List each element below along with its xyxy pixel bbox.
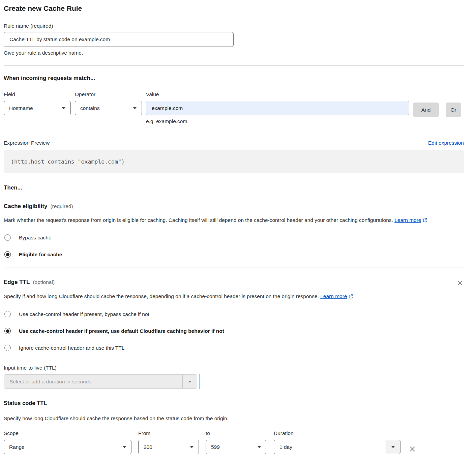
chevron-down-icon bbox=[391, 446, 395, 448]
radio-bypass-cache[interactable]: Bypass cache bbox=[4, 234, 464, 241]
duration-select[interactable]: 1 day bbox=[274, 440, 400, 454]
rule-name-help: Give your rule a descriptive name. bbox=[4, 50, 464, 56]
radio-label: Use cache-control header if present, use… bbox=[19, 328, 224, 334]
required-tag: (required) bbox=[50, 203, 73, 209]
focus-indicator-bar bbox=[199, 374, 200, 389]
chevron-down-icon bbox=[188, 381, 191, 383]
chevron-down-icon bbox=[123, 446, 126, 448]
chevron-down-icon bbox=[258, 446, 261, 448]
chevron-down-icon bbox=[190, 446, 194, 448]
duration-dropdown-button[interactable] bbox=[386, 440, 400, 454]
radio-cache-control-default[interactable]: Use cache-control header if present, use… bbox=[4, 328, 464, 334]
from-label: From bbox=[138, 430, 199, 436]
to-select-value: 599 bbox=[211, 444, 220, 450]
section-divider bbox=[4, 65, 464, 66]
status-code-ttl-description: Specify how long Cloudflare should cache… bbox=[4, 414, 464, 423]
field-select[interactable]: Hostname bbox=[4, 101, 71, 115]
radio-eligible-for-cache[interactable]: Eligible for cache bbox=[4, 251, 464, 258]
external-link-icon bbox=[423, 218, 427, 223]
radio-checked-icon bbox=[4, 328, 11, 334]
to-label: to bbox=[206, 430, 266, 436]
close-icon bbox=[409, 445, 416, 453]
edge-ttl-header: Edge TTL (optional) bbox=[4, 279, 464, 287]
or-button[interactable]: Or bbox=[446, 103, 461, 117]
then-heading: Then... bbox=[4, 184, 464, 191]
rule-name-label: Rule name (required) bbox=[4, 23, 464, 29]
value-help: e.g. example.com bbox=[146, 118, 409, 124]
field-label: Field bbox=[4, 91, 71, 97]
close-icon bbox=[457, 280, 463, 286]
from-select-value: 200 bbox=[144, 444, 152, 450]
cache-eligibility-heading: Cache eligibility bbox=[4, 203, 47, 210]
field-select-value: Hostname bbox=[9, 105, 33, 111]
value-label: Value bbox=[146, 91, 409, 97]
cache-eligibility-description: Mark whether the request's response from… bbox=[4, 215, 457, 225]
operator-select[interactable]: contains bbox=[75, 101, 142, 115]
radio-unchecked-icon bbox=[4, 234, 11, 241]
ttl-input-label: Input time-to-live (TTL) bbox=[4, 365, 464, 371]
expression-preview-label: Expression Preview bbox=[4, 140, 50, 146]
ttl-input-row: Select or add a duration in seconds bbox=[4, 374, 464, 389]
scope-select[interactable]: Range bbox=[4, 440, 131, 454]
scope-select-value: Range bbox=[9, 444, 25, 450]
operator-label: Operator bbox=[75, 91, 142, 97]
remove-status-ttl-row-button[interactable] bbox=[408, 445, 417, 453]
page-title: Create new Cache Rule bbox=[4, 4, 464, 12]
edge-ttl-description: Specify if and how long Cloudflare shoul… bbox=[4, 292, 376, 301]
expression-preview-code: (http.host contains "example.com") bbox=[4, 150, 464, 173]
create-cache-rule-form: Create new Cache Rule Rule name (require… bbox=[0, 0, 476, 464]
and-button[interactable]: And bbox=[413, 103, 439, 117]
from-select[interactable]: 200 bbox=[138, 440, 199, 454]
radio-label: Ignore cache-control header and use this… bbox=[19, 345, 124, 351]
radio-ignore-cache-control[interactable]: Ignore cache-control header and use this… bbox=[4, 345, 464, 351]
radio-checked-icon bbox=[4, 251, 11, 258]
radio-cache-control-bypass[interactable]: Use cache-control header if present, byp… bbox=[4, 311, 464, 317]
match-heading: When incoming requests match... bbox=[4, 75, 464, 82]
scope-label: Scope bbox=[4, 430, 131, 436]
ttl-duration-select[interactable]: Select or add a duration in seconds bbox=[4, 374, 197, 389]
operator-select-value: contains bbox=[80, 105, 100, 111]
cache-learn-more-link[interactable]: Learn more bbox=[394, 217, 421, 223]
edge-ttl-description-text: Specify if and how long Cloudflare shoul… bbox=[4, 293, 319, 299]
radio-unchecked-icon bbox=[4, 345, 11, 351]
rule-name-input[interactable] bbox=[4, 32, 234, 47]
cache-eligibility-header: Cache eligibility (required) bbox=[4, 203, 464, 210]
optional-tag: (optional) bbox=[33, 279, 55, 285]
duration-select-value: 1 day bbox=[274, 440, 386, 454]
duration-label: Duration bbox=[274, 430, 400, 436]
edge-learn-more-link[interactable]: Learn more bbox=[320, 293, 347, 299]
cache-eligibility-description-text: Mark whether the request's response from… bbox=[4, 217, 393, 223]
match-expression-row: Field Hostname Operator contains Value e… bbox=[4, 91, 464, 124]
radio-label: Bypass cache bbox=[19, 235, 52, 241]
ttl-duration-dropdown-button[interactable] bbox=[182, 375, 197, 388]
chevron-down-icon bbox=[133, 107, 137, 109]
to-select[interactable]: 599 bbox=[206, 440, 266, 454]
radio-unchecked-icon bbox=[4, 311, 11, 317]
status-code-ttl-row: Scope Range From 200 to 599 Duration 1 d… bbox=[4, 430, 464, 454]
edge-ttl-options: Use cache-control header if present, byp… bbox=[4, 311, 464, 351]
cache-eligibility-options: Bypass cache Eligible for cache bbox=[4, 234, 464, 258]
section-divider bbox=[4, 267, 464, 267]
value-input[interactable] bbox=[146, 101, 409, 115]
edit-expression-link[interactable]: Edit expression bbox=[428, 140, 464, 146]
chevron-down-icon bbox=[62, 107, 65, 109]
radio-label: Use cache-control header if present, byp… bbox=[19, 311, 149, 317]
external-link-icon bbox=[349, 294, 353, 299]
ttl-duration-placeholder: Select or add a duration in seconds bbox=[4, 375, 182, 388]
status-code-ttl-heading: Status code TTL bbox=[4, 400, 464, 406]
edge-ttl-heading: Edge TTL bbox=[4, 279, 30, 286]
edge-ttl-close-button[interactable] bbox=[456, 279, 464, 287]
expression-preview-header: Expression Preview Edit expression bbox=[4, 140, 464, 146]
radio-label: Eligible for cache bbox=[19, 252, 62, 258]
